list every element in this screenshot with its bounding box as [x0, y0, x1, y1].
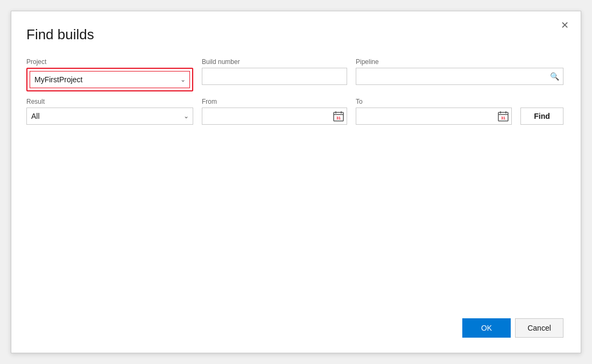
- build-number-label: Build number: [202, 58, 347, 66]
- project-field-border: MyFirstProject ⌄: [26, 68, 193, 91]
- build-number-input[interactable]: [202, 68, 347, 85]
- result-select[interactable]: All: [26, 108, 193, 125]
- ok-button[interactable]: OK: [462, 318, 511, 338]
- to-calendar-icon[interactable]: 31: [496, 109, 511, 124]
- result-field-group: Result All ⌄: [26, 98, 193, 125]
- pipeline-input-wrapper: 🔍: [356, 68, 563, 85]
- second-form-row: Result All ⌄ From 31: [26, 98, 563, 125]
- from-date-input[interactable]: [202, 108, 347, 125]
- to-field-group: To 31: [356, 98, 512, 125]
- svg-text:31: 31: [336, 116, 341, 120]
- build-number-field-group: Build number: [202, 58, 347, 85]
- first-form-row: Project MyFirstProject ⌄ Build number Pi…: [26, 58, 563, 91]
- from-calendar-icon[interactable]: 31: [331, 109, 346, 124]
- find-button[interactable]: Find: [520, 108, 563, 125]
- from-label: From: [202, 98, 347, 105]
- pipeline-field-group: Pipeline 🔍: [356, 58, 563, 85]
- project-select-wrapper: MyFirstProject ⌄: [30, 71, 190, 88]
- close-button[interactable]: ✕: [557, 18, 572, 33]
- pipeline-input[interactable]: [356, 68, 563, 85]
- result-select-wrapper: All ⌄: [26, 108, 193, 125]
- project-field-group: Project MyFirstProject ⌄: [26, 58, 193, 91]
- project-select[interactable]: MyFirstProject: [30, 71, 190, 88]
- svg-text:31: 31: [501, 116, 505, 120]
- to-date-wrapper: 31: [356, 108, 512, 125]
- dialog-footer: OK Cancel: [462, 318, 563, 338]
- to-date-input[interactable]: [356, 108, 512, 125]
- project-label: Project: [26, 58, 193, 66]
- find-builds-dialog: ✕ Find builds Project MyFirstProject ⌄ B…: [11, 11, 581, 353]
- to-label: To: [356, 98, 512, 105]
- dialog-title: Find builds: [26, 26, 563, 43]
- result-label: Result: [26, 98, 193, 105]
- cancel-button[interactable]: Cancel: [515, 318, 563, 338]
- from-date-wrapper: 31: [202, 108, 347, 125]
- pipeline-label: Pipeline: [356, 58, 563, 66]
- from-field-group: From 31: [202, 98, 347, 125]
